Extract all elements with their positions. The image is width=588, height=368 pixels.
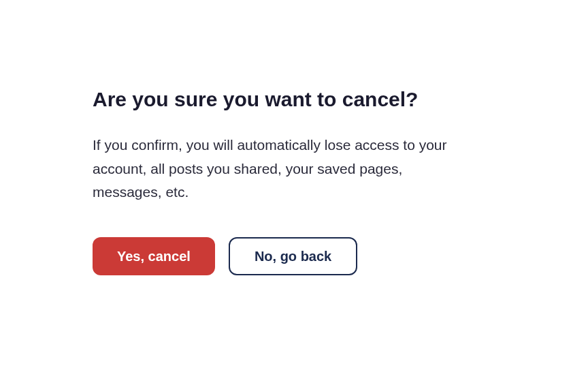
confirm-cancel-dialog: Are you sure you want to cancel? If you …: [93, 87, 501, 275]
dialog-title: Are you sure you want to cancel?: [93, 87, 501, 112]
confirm-cancel-button[interactable]: Yes, cancel: [93, 237, 215, 275]
dialog-body: If you confirm, you will automatically l…: [93, 134, 474, 204]
dialog-button-row: Yes, cancel No, go back: [93, 237, 501, 275]
go-back-button[interactable]: No, go back: [229, 237, 357, 275]
